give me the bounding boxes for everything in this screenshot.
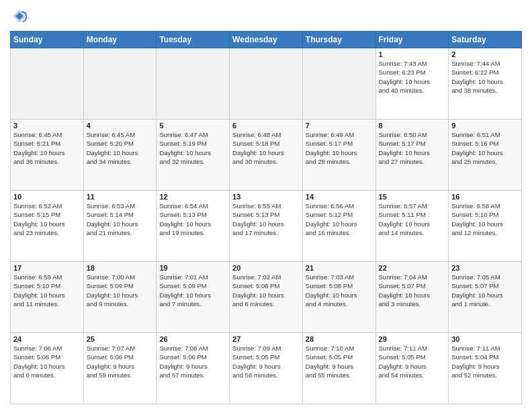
calendar-cell: 30Sunrise: 7:11 AM Sunset: 5:04 PM Dayli… — [449, 333, 522, 404]
calendar-cell: 1Sunrise: 7:43 AM Sunset: 6:23 PM Daylig… — [375, 48, 449, 120]
weekday-header: Saturday — [449, 32, 522, 48]
calendar-cell — [157, 48, 230, 120]
day-number: 14 — [306, 193, 373, 201]
calendar-cell: 2Sunrise: 7:44 AM Sunset: 6:22 PM Daylig… — [449, 48, 522, 120]
day-number: 29 — [379, 335, 446, 343]
day-number: 28 — [306, 335, 373, 343]
calendar-cell: 18Sunrise: 7:00 AM Sunset: 5:09 PM Dayli… — [83, 262, 157, 333]
calendar-cell: 29Sunrise: 7:11 AM Sunset: 5:05 PM Dayli… — [375, 333, 449, 404]
day-info: Sunrise: 7:02 AM Sunset: 5:08 PM Dayligh… — [232, 273, 300, 308]
day-number: 18 — [87, 264, 154, 272]
calendar-cell: 12Sunrise: 6:54 AM Sunset: 5:13 PM Dayli… — [157, 191, 230, 262]
day-info: Sunrise: 6:56 AM Sunset: 5:12 PM Dayligh… — [306, 201, 373, 237]
day-info: Sunrise: 6:50 AM Sunset: 5:17 PM Dayligh… — [379, 130, 446, 166]
calendar-week-row: 17Sunrise: 6:59 AM Sunset: 5:10 PM Dayli… — [11, 262, 522, 333]
day-info: Sunrise: 7:10 AM Sunset: 5:05 PM Dayligh… — [306, 344, 373, 379]
calendar-body: 1Sunrise: 7:43 AM Sunset: 6:23 PM Daylig… — [11, 48, 522, 404]
day-number: 2 — [451, 50, 519, 58]
calendar: SundayMondayTuesdayWednesdayThursdayFrid… — [10, 31, 522, 404]
calendar-week-row: 3Sunrise: 6:45 AM Sunset: 5:21 PM Daylig… — [11, 120, 522, 191]
day-number: 13 — [232, 193, 300, 201]
calendar-cell — [11, 48, 84, 120]
day-number: 26 — [159, 335, 226, 343]
weekday-header: Thursday — [302, 32, 375, 48]
day-info: Sunrise: 7:06 AM Sunset: 5:06 PM Dayligh… — [13, 344, 81, 379]
calendar-cell: 9Sunrise: 6:51 AM Sunset: 5:16 PM Daylig… — [449, 120, 522, 191]
day-number: 20 — [232, 264, 300, 272]
calendar-cell — [83, 48, 157, 120]
day-number: 4 — [87, 122, 154, 130]
day-info: Sunrise: 7:07 AM Sunset: 5:06 PM Dayligh… — [87, 344, 154, 379]
day-number: 24 — [13, 335, 81, 343]
day-number: 25 — [87, 335, 154, 343]
calendar-cell: 7Sunrise: 6:49 AM Sunset: 5:17 PM Daylig… — [302, 120, 375, 191]
weekday-header: Monday — [83, 32, 157, 48]
calendar-cell: 11Sunrise: 6:53 AM Sunset: 5:14 PM Dayli… — [83, 191, 157, 262]
day-number: 5 — [159, 122, 226, 130]
day-info: Sunrise: 6:49 AM Sunset: 5:17 PM Dayligh… — [306, 130, 373, 166]
day-info: Sunrise: 7:01 AM Sunset: 5:09 PM Dayligh… — [159, 273, 226, 308]
day-number: 11 — [87, 193, 154, 201]
calendar-week-row: 1Sunrise: 7:43 AM Sunset: 6:23 PM Daylig… — [11, 48, 522, 120]
calendar-cell: 26Sunrise: 7:08 AM Sunset: 5:06 PM Dayli… — [157, 333, 230, 404]
calendar-cell: 3Sunrise: 6:45 AM Sunset: 5:21 PM Daylig… — [11, 120, 84, 191]
header — [10, 7, 522, 26]
day-info: Sunrise: 6:53 AM Sunset: 5:14 PM Dayligh… — [87, 201, 154, 237]
day-number: 10 — [13, 193, 81, 201]
calendar-cell: 19Sunrise: 7:01 AM Sunset: 5:09 PM Dayli… — [157, 262, 230, 333]
day-number: 7 — [306, 122, 373, 130]
day-info: Sunrise: 6:55 AM Sunset: 5:13 PM Dayligh… — [232, 201, 300, 237]
day-info: Sunrise: 7:11 AM Sunset: 5:05 PM Dayligh… — [379, 344, 446, 379]
day-number: 19 — [159, 264, 226, 272]
calendar-cell — [230, 48, 303, 120]
day-info: Sunrise: 7:00 AM Sunset: 5:09 PM Dayligh… — [87, 273, 154, 308]
calendar-cell: 28Sunrise: 7:10 AM Sunset: 5:05 PM Dayli… — [302, 333, 375, 404]
day-info: Sunrise: 6:58 AM Sunset: 5:10 PM Dayligh… — [451, 201, 519, 237]
calendar-cell: 14Sunrise: 6:56 AM Sunset: 5:12 PM Dayli… — [302, 191, 375, 262]
calendar-cell: 15Sunrise: 6:57 AM Sunset: 5:11 PM Dayli… — [375, 191, 449, 262]
calendar-cell: 17Sunrise: 6:59 AM Sunset: 5:10 PM Dayli… — [11, 262, 84, 333]
day-number: 17 — [13, 264, 81, 272]
day-info: Sunrise: 7:43 AM Sunset: 6:23 PM Dayligh… — [379, 59, 446, 95]
calendar-cell: 23Sunrise: 7:05 AM Sunset: 5:07 PM Dayli… — [449, 262, 522, 333]
day-number: 9 — [451, 122, 519, 130]
calendar-cell: 8Sunrise: 6:50 AM Sunset: 5:17 PM Daylig… — [375, 120, 449, 191]
day-info: Sunrise: 6:52 AM Sunset: 5:15 PM Dayligh… — [13, 201, 81, 237]
day-number: 22 — [379, 264, 446, 272]
day-number: 8 — [379, 122, 446, 130]
day-info: Sunrise: 6:47 AM Sunset: 5:19 PM Dayligh… — [159, 130, 226, 166]
calendar-cell: 20Sunrise: 7:02 AM Sunset: 5:08 PM Dayli… — [230, 262, 303, 333]
day-info: Sunrise: 7:09 AM Sunset: 5:05 PM Dayligh… — [232, 344, 300, 379]
day-info: Sunrise: 6:45 AM Sunset: 5:20 PM Dayligh… — [87, 130, 154, 166]
day-info: Sunrise: 6:59 AM Sunset: 5:10 PM Dayligh… — [13, 273, 81, 308]
day-info: Sunrise: 7:44 AM Sunset: 6:22 PM Dayligh… — [451, 59, 519, 95]
calendar-cell: 13Sunrise: 6:55 AM Sunset: 5:13 PM Dayli… — [230, 191, 303, 262]
day-number: 30 — [451, 335, 519, 343]
day-info: Sunrise: 6:57 AM Sunset: 5:11 PM Dayligh… — [379, 201, 446, 237]
day-info: Sunrise: 7:08 AM Sunset: 5:06 PM Dayligh… — [159, 344, 226, 379]
calendar-cell: 6Sunrise: 6:48 AM Sunset: 5:18 PM Daylig… — [230, 120, 303, 191]
day-number: 27 — [232, 335, 300, 343]
calendar-week-row: 24Sunrise: 7:06 AM Sunset: 5:06 PM Dayli… — [11, 333, 522, 404]
weekday-header: Tuesday — [157, 32, 230, 48]
day-number: 6 — [232, 122, 300, 130]
logo — [10, 7, 32, 26]
day-info: Sunrise: 7:05 AM Sunset: 5:07 PM Dayligh… — [451, 273, 519, 308]
day-number: 16 — [451, 193, 519, 201]
day-info: Sunrise: 7:03 AM Sunset: 5:08 PM Dayligh… — [306, 273, 373, 308]
calendar-header-row: SundayMondayTuesdayWednesdayThursdayFrid… — [11, 32, 522, 48]
day-number: 1 — [379, 50, 446, 58]
day-number: 21 — [306, 264, 373, 272]
weekday-header: Sunday — [11, 32, 84, 48]
calendar-cell: 25Sunrise: 7:07 AM Sunset: 5:06 PM Dayli… — [83, 333, 157, 404]
calendar-cell: 27Sunrise: 7:09 AM Sunset: 5:05 PM Dayli… — [230, 333, 303, 404]
calendar-cell: 4Sunrise: 6:45 AM Sunset: 5:20 PM Daylig… — [83, 120, 157, 191]
day-info: Sunrise: 6:45 AM Sunset: 5:21 PM Dayligh… — [13, 130, 81, 166]
page: SundayMondayTuesdayWednesdayThursdayFrid… — [0, 0, 532, 411]
day-info: Sunrise: 7:04 AM Sunset: 5:07 PM Dayligh… — [379, 273, 446, 308]
weekday-header: Friday — [375, 32, 449, 48]
calendar-cell: 22Sunrise: 7:04 AM Sunset: 5:07 PM Dayli… — [375, 262, 449, 333]
day-number: 12 — [159, 193, 226, 201]
day-info: Sunrise: 6:48 AM Sunset: 5:18 PM Dayligh… — [232, 130, 300, 166]
calendar-cell: 10Sunrise: 6:52 AM Sunset: 5:15 PM Dayli… — [11, 191, 84, 262]
